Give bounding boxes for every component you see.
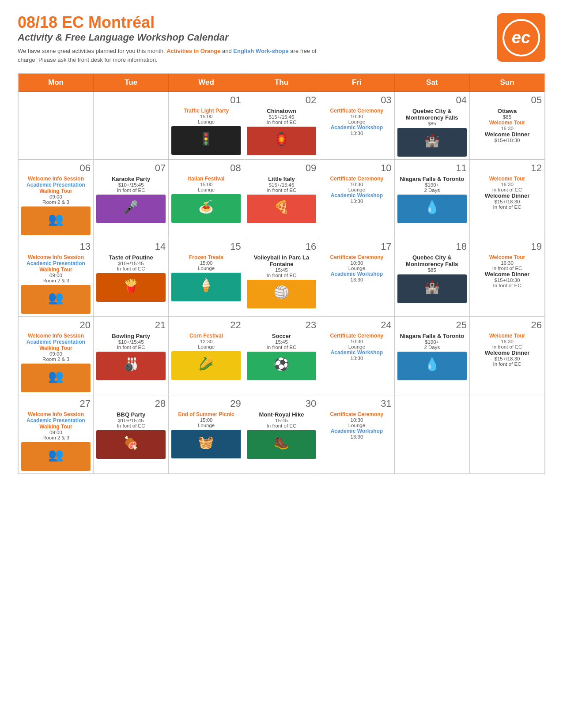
event-text: 10:30	[322, 339, 391, 344]
event-text: In font of EC	[472, 361, 542, 367]
event-text: End of Summer Picnic	[171, 411, 241, 417]
walking-tour-image-13: 👥	[21, 285, 91, 314]
event-text: Quebec City & Montmorency Falls	[397, 108, 467, 121]
event-text: Room 2 & 3	[21, 278, 91, 283]
day-number: 25	[397, 319, 467, 331]
calendar-cell	[18, 92, 93, 160]
svg-text:👥: 👥	[48, 369, 64, 383]
event-text: Academic Presentation	[21, 417, 91, 424]
day-number: 17	[322, 241, 391, 252]
day-number: 08	[171, 162, 241, 174]
karaoke-image: 🎤	[96, 195, 166, 223]
event-text: In font of EC	[96, 266, 166, 271]
walking-tour-image-20: 👥	[21, 364, 91, 392]
event-text: 2 Days	[397, 188, 467, 193]
traffic-light-party-image: 🚦	[171, 126, 241, 155]
day-number: 31	[322, 398, 391, 409]
day-number: 30	[247, 398, 316, 409]
event-text: Volleyball in Parc La Fontaine	[247, 254, 316, 267]
event-text: Academic Presentation	[21, 182, 91, 188]
event-text: 15:00	[171, 114, 241, 119]
day-number: 27	[21, 398, 91, 409]
event-text: Certificate Ceremony	[322, 411, 391, 417]
hike-image: 🥾	[247, 430, 316, 459]
event-text: Lounge	[322, 266, 391, 271]
event-text: Lounge	[171, 266, 241, 271]
volleyball-image: 🏐	[247, 280, 316, 308]
event-text: 12:30	[171, 339, 241, 344]
event-text: $85	[397, 267, 467, 273]
day-number: 11	[397, 162, 467, 174]
calendar-header-tue: Tue	[93, 73, 168, 92]
event-text: 15:00	[171, 417, 241, 423]
event-text: Academic Workshop	[322, 349, 391, 356]
calendar-cell: 01Traffic Light Party15:00Lounge 🚦	[169, 92, 244, 160]
event-text: $85	[472, 114, 542, 120]
event-text: Welcome Tour	[472, 254, 542, 260]
event-text: $190+	[397, 339, 467, 345]
event-text: Room 2 & 3	[21, 199, 91, 205]
event-text: In font of EC	[96, 345, 166, 350]
day-number: 28	[96, 398, 166, 409]
calendar-header-thu: Thu	[244, 73, 319, 92]
event-text: 15:45	[247, 418, 316, 423]
event-text: 13:30	[322, 277, 391, 282]
svg-text:🍟: 🍟	[123, 278, 139, 293]
event-text: Certificate Ceremony	[322, 333, 391, 339]
calendar-cell: 28BBQ Party$10+/15:45In font of EC 🍖	[93, 395, 168, 474]
event-text: 10:30	[322, 114, 391, 119]
event-text: 09:00	[21, 430, 91, 435]
day-number: 24	[322, 319, 391, 331]
desc-mid: and	[222, 48, 232, 54]
event-text: In font of EC	[96, 188, 166, 193]
day-number: 16	[247, 241, 316, 252]
event-text: Welcome Tour	[472, 333, 542, 339]
calendar-cell: 27Welcome Info SessionAcademic Presentat…	[18, 395, 93, 474]
event-text: Academic Presentation	[21, 339, 91, 345]
event-text: 13:30	[322, 434, 391, 439]
svg-text:🍕: 🍕	[274, 200, 289, 214]
bbq-party-image: 🍖	[96, 430, 166, 459]
quebec-city-image: 🏰	[397, 128, 467, 157]
svg-text:💧: 💧	[424, 357, 440, 372]
day-number: 07	[96, 162, 166, 174]
svg-text:🎳: 🎳	[123, 357, 139, 372]
bbq-image: 👥	[21, 442, 91, 471]
event-text: 13:30	[322, 199, 391, 204]
event-text: Ottawa	[472, 108, 542, 114]
svg-text:⚽: ⚽	[274, 357, 289, 372]
desc-start: We have some great activities planned fo…	[18, 48, 165, 54]
day-number: 03	[322, 94, 391, 106]
event-text: $15+/18:30	[472, 199, 542, 204]
svg-text:🍦: 🍦	[199, 278, 214, 293]
calendar-cell	[394, 395, 469, 474]
calendar-cell: 11Niagara Falls & Toronto$190+2 Days 💧	[394, 160, 469, 238]
svg-text:🏮: 🏮	[274, 132, 289, 146]
event-text: In font of EC	[96, 423, 166, 428]
event-text: 09:00	[21, 194, 91, 199]
calendar-cell	[93, 92, 168, 160]
event-text: Welcome Tour	[472, 120, 542, 126]
event-text: Walking Tour	[21, 266, 91, 273]
event-text: Welcome Dinner	[472, 271, 542, 278]
calendar-header-fri: Fri	[319, 73, 394, 92]
svg-text:🎤: 🎤	[123, 200, 139, 214]
event-text: In front of EC	[247, 345, 316, 350]
event-text: Corn Festival	[171, 333, 241, 339]
calendar-cell: 14Taste of Poutine$10+/15:45In font of E…	[93, 238, 168, 317]
ec-logo-circle: ec	[503, 19, 540, 56]
event-text: 16:30	[472, 182, 542, 187]
calendar-cell: 21Bowling Party$10+/15:45In font of EC 🎳	[93, 317, 168, 395]
calendar-cell	[470, 395, 545, 474]
svg-text:🌽: 🌽	[199, 356, 214, 371]
calendar-header-sun: Sun	[470, 73, 545, 92]
bowling-image: 🎳	[96, 352, 166, 380]
event-text: 10:30	[322, 417, 391, 423]
event-text: Chinatown	[247, 108, 316, 114]
svg-text:👥: 👥	[48, 447, 64, 462]
calendar-cell: 13Welcome Info SessionAcademic Presentat…	[18, 238, 93, 317]
event-text: $85	[397, 121, 467, 126]
calendar-cell: 19Welcome Tour16:30In front of ECWelcome…	[470, 238, 545, 317]
calendar-cell: 17Certificate Ceremony10:30LoungeAcademi…	[319, 238, 394, 317]
event-text: 13:30	[322, 356, 391, 361]
